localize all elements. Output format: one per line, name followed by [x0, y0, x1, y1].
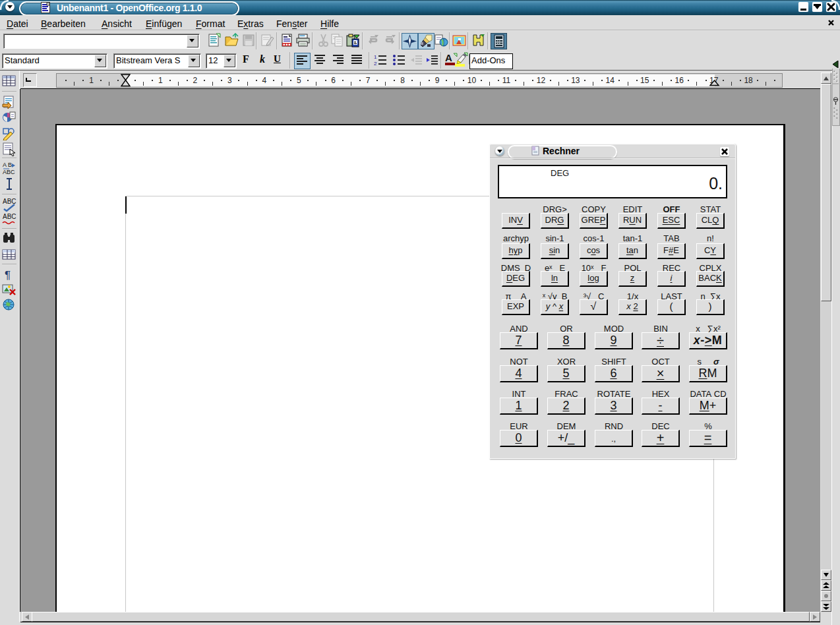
svg-text:A: A [3, 162, 7, 168]
svg-text:ABC: ABC [3, 198, 16, 205]
svg-text:2: 2 [374, 61, 377, 67]
svg-text:A: A [445, 52, 452, 63]
svg-text:B: B [8, 162, 12, 168]
svg-text:ABC: ABC [3, 213, 16, 220]
svg-text:1: 1 [374, 54, 377, 60]
svg-text:ABC: ABC [3, 169, 15, 175]
svg-text:¶: ¶ [5, 269, 11, 282]
